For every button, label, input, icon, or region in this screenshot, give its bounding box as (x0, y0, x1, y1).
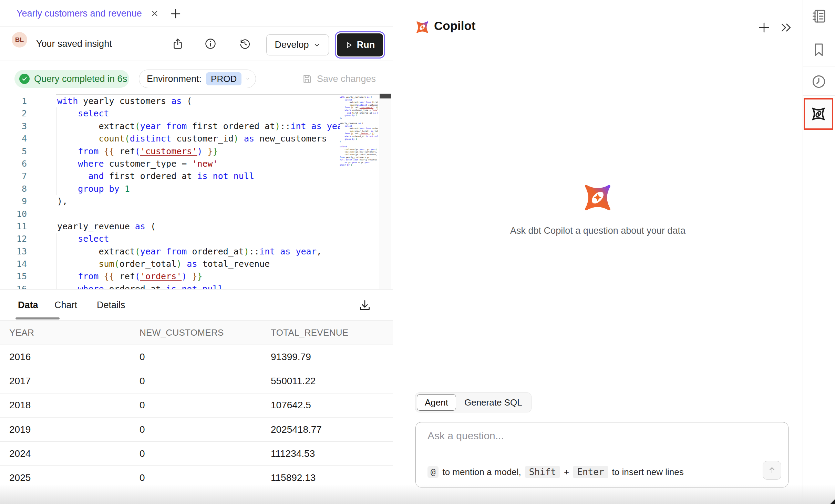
cell-new-customers: 0 (140, 376, 271, 387)
cell-total-revenue: 111234.53 (271, 448, 393, 459)
editor-tab-bar: Yearly customers and revenue (0, 0, 393, 27)
cell-year: 2019 (9, 424, 140, 435)
develop-button[interactable]: Develop (266, 34, 329, 55)
results-tab-bar: Data Chart Details (0, 290, 393, 321)
play-icon (345, 41, 353, 49)
app-root: Yearly customers and revenue BL Your sav… (0, 0, 835, 504)
arrow-up-icon (767, 466, 776, 475)
indent-guide (77, 120, 77, 145)
tab-yearly-customers-and-revenue[interactable]: Yearly customers and revenue (17, 0, 159, 27)
line-number: 12 (0, 233, 27, 245)
cell-year: 2016 (9, 351, 140, 363)
clock-icon[interactable] (811, 73, 827, 90)
run-button[interactable]: Run (337, 33, 383, 56)
code-line[interactable]: 7 and first_ordered_at is not null (0, 170, 393, 182)
editor-scrollbar-thumb[interactable] (380, 94, 391, 98)
share-icon[interactable] (172, 38, 184, 50)
cell-total-revenue: 107642.5 (271, 400, 393, 411)
save-changes-button[interactable]: Save changes (302, 70, 376, 88)
copilot-empty-state-text: Ask dbt Copilot a question about your da… (393, 225, 803, 236)
avatar[interactable]: BL (12, 32, 27, 48)
tab-chart[interactable]: Chart (54, 290, 77, 321)
cell-new-customers: 0 (140, 472, 271, 483)
run-label: Run (357, 40, 375, 50)
tab-data[interactable]: Data (18, 290, 38, 321)
hint-newline-text: to insert new lines (612, 467, 684, 477)
cell-year: 2024 (9, 448, 140, 459)
code-line[interactable]: 14 sum(order_total) as total_revenue (0, 258, 393, 270)
dbt-copilot-icon[interactable] (810, 105, 827, 123)
rail-separator (803, 31, 835, 31)
environment-value-badge: PROD (206, 72, 241, 85)
dbt-copilot-logo-large (581, 181, 614, 214)
notebook-icon[interactable] (811, 8, 827, 24)
download-icon[interactable] (358, 298, 371, 312)
at-keycap: @ (427, 466, 439, 478)
code-line[interactable]: 10 (0, 208, 393, 220)
sql-code-editor[interactable]: 1with yearly_customers as (2 select3 ext… (0, 95, 393, 289)
code-line[interactable]: 11yearly_revenue as ( (0, 220, 393, 233)
code-line[interactable]: 13 extract(year from ordered_at)::int as… (0, 245, 393, 258)
cell-year: 2018 (9, 400, 140, 411)
collapse-panel-icon[interactable] (779, 21, 793, 34)
indent-guide (56, 233, 56, 289)
line-number: 5 (0, 145, 27, 158)
rail-separator (803, 66, 835, 66)
line-number: 11 (0, 220, 27, 233)
code-line[interactable]: 3 extract(year from first_ordered_at)::i… (0, 120, 393, 133)
panel-divider[interactable] (393, 0, 393, 504)
code-line[interactable]: 15 from {{ ref('orders') }} (0, 270, 393, 283)
table-row: 201902025418.77 (0, 418, 393, 442)
code-line[interactable]: 8 group by 1 (0, 183, 393, 195)
tab-details[interactable]: Details (97, 290, 125, 321)
line-number: 6 (0, 158, 27, 170)
mode-generate-sql-button[interactable]: Generate SQL (457, 394, 530, 411)
code-line[interactable]: 4 count(distinct customer_id) as new_cus… (0, 133, 393, 145)
chevron-down-icon (246, 75, 249, 82)
table-row: 20240111234.53 (0, 442, 393, 466)
editor-minimap[interactable]: with yearly_customers as ( select extrac… (340, 96, 378, 185)
line-number: 9 (0, 195, 27, 208)
line-number: 2 (0, 107, 27, 120)
new-tab-button[interactable] (169, 8, 182, 20)
code-line[interactable]: 9), (0, 195, 393, 208)
line-number: 15 (0, 270, 27, 283)
cell-new-customers: 0 (140, 400, 271, 411)
copilot-question-input[interactable]: Ask a question... @ to mention a model, … (415, 422, 788, 487)
code-line[interactable]: 5 from {{ ref('customers') }} (0, 145, 393, 158)
history-icon[interactable] (239, 38, 251, 50)
environment-selector[interactable]: Environment: PROD (139, 70, 256, 88)
new-chat-icon[interactable] (757, 21, 771, 34)
table-row: 20180107642.5 (0, 393, 393, 418)
rail-separator (803, 95, 835, 96)
cell-year: 2025 (9, 472, 140, 483)
input-hint: @ to mention a model, Shift + Enter to i… (427, 466, 684, 478)
line-number: 16 (0, 283, 27, 289)
close-icon[interactable] (150, 9, 159, 18)
mode-agent-button[interactable]: Agent (417, 394, 456, 411)
column-header-new-customers: NEW_CUSTOMERS (140, 327, 271, 338)
resize-handle[interactable] (830, 499, 835, 504)
query-status-text: Query completed in 6s (34, 74, 127, 84)
check-icon (19, 74, 30, 84)
info-icon[interactable] (204, 38, 217, 50)
code-line[interactable]: 6 where customer_type = 'new' (0, 158, 393, 170)
code-line[interactable]: 2 select (0, 107, 393, 120)
cell-total-revenue: 550011.22 (271, 376, 393, 387)
code-line[interactable]: 12 select (0, 233, 393, 245)
chevron-down-icon (313, 41, 321, 49)
bookmark-icon[interactable] (811, 42, 827, 58)
cell-total-revenue: 91399.79 (271, 351, 393, 363)
query-status-badge: Query completed in 6s (14, 70, 129, 88)
code-line[interactable]: 1with yearly_customers as ( (0, 95, 393, 107)
insight-toolbar: BL Your saved insight Develop Run (0, 27, 393, 61)
editor-scrollbar-track[interactable] (379, 95, 391, 289)
send-button[interactable] (763, 461, 781, 480)
insight-title: Your saved insight (36, 27, 112, 54)
code-line[interactable]: 16 where ordered_at is not null (0, 283, 393, 289)
save-icon (302, 74, 312, 84)
enter-keycap: Enter (573, 466, 608, 478)
line-number: 8 (0, 183, 27, 195)
line-number: 10 (0, 208, 27, 220)
dbt-copilot-logo-icon (415, 20, 430, 35)
